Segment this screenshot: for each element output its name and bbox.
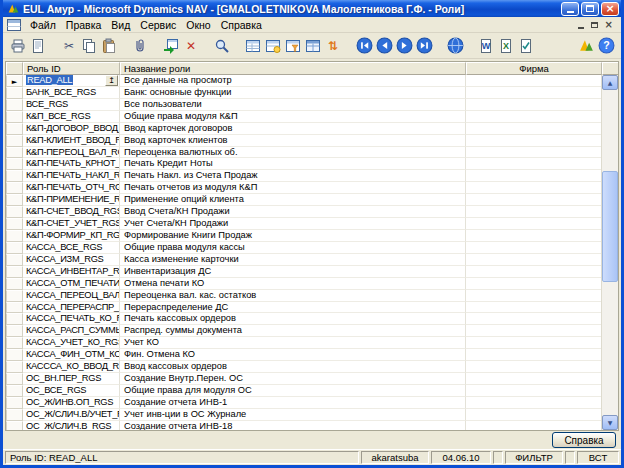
company-cell[interactable] bbox=[466, 385, 601, 397]
role-id-cell[interactable]: К&П-ПЕРЕОЦ_ВАЛ_RGS bbox=[23, 147, 120, 159]
paste-icon[interactable] bbox=[99, 36, 119, 56]
table-row[interactable]: К&П-СЧЕТ_УЧЕТ_RGSУчет Счета/КН Продажи bbox=[6, 218, 601, 230]
next-record-icon[interactable] bbox=[394, 36, 414, 56]
company-cell[interactable] bbox=[466, 278, 601, 290]
table-row[interactable]: ОС_ВН.ПЕР_RGSСоздание Внутр.Перен. ОС bbox=[6, 373, 601, 385]
row-selector[interactable] bbox=[6, 87, 23, 99]
table-row[interactable]: КАССА_РАСП_СУММЫ_...Распред. суммы докум… bbox=[6, 325, 601, 337]
role-name-cell[interactable]: Ввод Счета/КН Продажи bbox=[120, 206, 466, 218]
role-id-cell[interactable]: ВСЕ_RGS bbox=[23, 99, 120, 111]
role-id-cell[interactable]: КАССА_ПЕРЕОЦ_ВАЛ_... bbox=[23, 290, 120, 302]
company-cell[interactable] bbox=[466, 349, 601, 361]
role-name-cell[interactable]: Все пользователи bbox=[120, 99, 466, 111]
role-name-cell[interactable]: Инвентаризация ДС bbox=[120, 266, 466, 278]
export-excel-icon[interactable]: X bbox=[496, 36, 516, 56]
table-row[interactable]: КАССА_УЧЕТ_КО_RGSУчет КО bbox=[6, 337, 601, 349]
role-name-cell[interactable]: Учет КО bbox=[120, 337, 466, 349]
role-id-cell[interactable]: КАССА_РАСП_СУММЫ_... bbox=[23, 325, 120, 337]
role-id-cell[interactable]: К&П-ПЕЧАТЬ_ОТЧ_RGS bbox=[23, 182, 120, 194]
role-id-cell[interactable]: КАССА_ПЕРЕРАСПР_RGS bbox=[23, 302, 120, 314]
row-selector[interactable] bbox=[6, 230, 23, 242]
company-cell[interactable] bbox=[466, 111, 601, 123]
vertical-scrollbar[interactable]: ▲ ▼ bbox=[601, 75, 618, 430]
company-cell[interactable] bbox=[466, 290, 601, 302]
scroll-up-icon[interactable]: ▲ bbox=[602, 75, 618, 90]
table-row[interactable]: К&П-КЛИЕНТ_ВВОД_RGSВвод карточек клиенто… bbox=[6, 135, 601, 147]
role-id-cell[interactable]: К&П-ДОГОВОР_ВВОД_... bbox=[23, 123, 120, 135]
role-name-cell[interactable]: Все данные на просмотр bbox=[120, 75, 466, 87]
role-id-cell[interactable]: КАССА_ИЗМ_RGS bbox=[23, 254, 120, 266]
company-cell[interactable] bbox=[466, 325, 601, 337]
role-name-cell[interactable]: Общие права для модуля ОС bbox=[120, 385, 466, 397]
company-cell[interactable] bbox=[466, 361, 601, 373]
export-word-icon[interactable]: W bbox=[476, 36, 496, 56]
company-cell[interactable] bbox=[466, 147, 601, 159]
role-id-cell[interactable]: К&П-ПЕЧАТЬ_КРНОТ_RGS bbox=[23, 158, 120, 170]
selector-column-header[interactable] bbox=[6, 62, 23, 75]
company-cell[interactable] bbox=[466, 206, 601, 218]
company-cell[interactable] bbox=[466, 99, 601, 111]
help-button[interactable]: Справка bbox=[552, 432, 616, 448]
cut-icon[interactable]: ✂ bbox=[59, 36, 79, 56]
table-row[interactable]: КАССА_ИЗМ_RGSКасса изменение карточки bbox=[6, 254, 601, 266]
delete-icon[interactable]: ✕ bbox=[181, 36, 201, 56]
role-name-cell[interactable]: Формирование Книги Продаж bbox=[120, 230, 466, 242]
table-row[interactable]: К&П-ПЕЧАТЬ_КРНОТ_RGSПечать Кредит Ноты bbox=[6, 158, 601, 170]
company-cell[interactable] bbox=[466, 158, 601, 170]
table-row[interactable]: ВСЕ_RGSВсе пользователи bbox=[6, 99, 601, 111]
row-selector[interactable] bbox=[6, 313, 23, 325]
row-selector[interactable] bbox=[6, 206, 23, 218]
child-close-icon[interactable]: × bbox=[605, 20, 613, 29]
table-row[interactable]: КАССА_ИНВЕНТАР_RGSИнвентаризация ДС bbox=[6, 266, 601, 278]
role-name-cell[interactable]: Печать кассовых ордеров bbox=[120, 313, 466, 325]
company-cell[interactable] bbox=[466, 218, 601, 230]
role-id-cell[interactable]: ОС_Ж/ИНВ.ОП_RGS bbox=[23, 397, 120, 409]
table-row[interactable]: БАНК_ВСЕ_RGSБанк: основные функции bbox=[6, 87, 601, 99]
table-row[interactable]: К&П-ПЕРЕОЦ_ВАЛ_RGSПереоценка валютных об… bbox=[6, 147, 601, 159]
table-row[interactable]: К&П-ДОГОВОР_ВВОД_...Ввод карточек догово… bbox=[6, 123, 601, 135]
row-selector[interactable] bbox=[6, 373, 23, 385]
close-button[interactable]: × bbox=[601, 2, 619, 16]
role-id-cell[interactable]: ОС_Ж/СЛИЧ.В_RGS bbox=[23, 421, 120, 430]
row-selector[interactable] bbox=[6, 99, 23, 111]
menu-edit[interactable]: Правка bbox=[61, 19, 106, 31]
role-name-cell[interactable]: Общие права модуля К&П bbox=[120, 111, 466, 123]
previous-record-icon[interactable] bbox=[374, 36, 394, 56]
table-row[interactable]: КАССА_ОТМ_ПЕЧАТИ_...Отмена печати КО bbox=[6, 278, 601, 290]
company-cell[interactable] bbox=[466, 135, 601, 147]
role-name-cell[interactable]: Создание Внутр.Перен. ОС bbox=[120, 373, 466, 385]
print-icon[interactable] bbox=[8, 36, 28, 56]
row-selector[interactable] bbox=[6, 409, 23, 421]
role-name-cell[interactable]: Создание отчета ИНВ-1 bbox=[120, 397, 466, 409]
scrollbar-track[interactable] bbox=[602, 90, 618, 415]
menu-file[interactable]: Файл bbox=[25, 19, 61, 31]
company-cell[interactable] bbox=[466, 337, 601, 349]
role-name-column-header[interactable]: Название роли bbox=[120, 62, 466, 75]
row-selector[interactable] bbox=[6, 385, 23, 397]
role-id-cell[interactable]: К&П-СЧЕТ_ВВОД_RGS bbox=[23, 206, 120, 218]
table-row[interactable]: К&П-ПЕЧАТЬ_НАКЛ_RGSПечать Накл. из Счета… bbox=[6, 170, 601, 182]
company-cell[interactable] bbox=[466, 373, 601, 385]
company-cell[interactable] bbox=[466, 397, 601, 409]
company-cell[interactable] bbox=[466, 421, 601, 430]
role-id-cell[interactable]: КАССА_ОТМ_ПЕЧАТИ_... bbox=[23, 278, 120, 290]
sort-icon[interactable]: ⇅ bbox=[323, 36, 343, 56]
company-column-header[interactable]: Фирма bbox=[466, 62, 602, 75]
row-selector[interactable] bbox=[6, 194, 23, 206]
row-selector[interactable] bbox=[6, 361, 23, 373]
table-row[interactable]: ОС_Ж/ИНВ.ОП_RGSСоздание отчета ИНВ-1 bbox=[6, 397, 601, 409]
role-id-cell[interactable]: К&П-ПРИМЕНЕНИЕ_RGS bbox=[23, 194, 120, 206]
child-minimize-icon[interactable] bbox=[578, 27, 584, 29]
company-cell[interactable] bbox=[466, 170, 601, 182]
company-cell[interactable] bbox=[466, 266, 601, 278]
role-id-cell[interactable]: КАССА_ВСЕ_RGS bbox=[23, 242, 120, 254]
row-selector[interactable]: ► bbox=[6, 75, 23, 87]
table-row[interactable]: КАССА_ПЕРЕРАСПР_RGSПерераспределение ДС bbox=[6, 302, 601, 314]
role-name-cell[interactable]: Печать отчетов из модуля К&П bbox=[120, 182, 466, 194]
first-record-icon[interactable] bbox=[354, 36, 374, 56]
row-selector[interactable] bbox=[6, 278, 23, 290]
role-name-cell[interactable]: Переоценка валютных об. bbox=[120, 147, 466, 159]
role-name-cell[interactable]: Создание отчета ИНВ-18 bbox=[120, 421, 466, 430]
assist-up-icon[interactable]: ↥ bbox=[105, 75, 118, 86]
globe-icon[interactable] bbox=[445, 36, 465, 56]
